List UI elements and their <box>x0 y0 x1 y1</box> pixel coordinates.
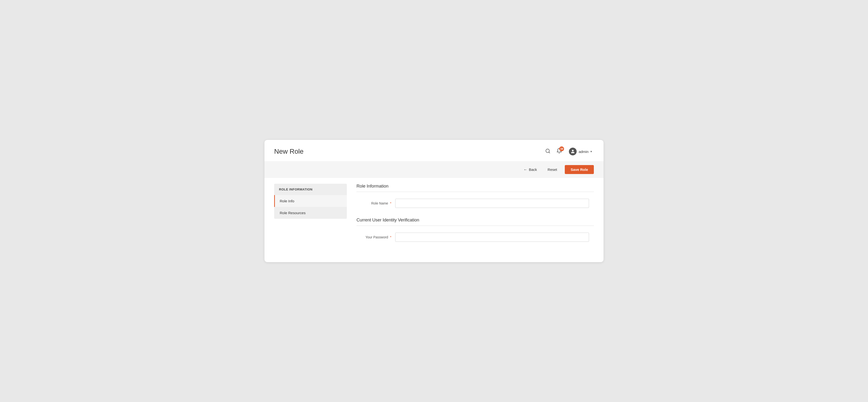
password-input[interactable] <box>395 233 589 242</box>
role-information-section: Role Information Role Name * <box>356 184 594 208</box>
back-label: Back <box>529 167 537 172</box>
identity-verification-divider <box>356 226 594 226</box>
identity-verification-title: Current User Identity Verification <box>356 217 594 223</box>
main-container: New Role 39 <box>265 140 603 262</box>
notification-badge: 39 <box>559 146 564 151</box>
role-name-required: * <box>390 201 392 205</box>
role-name-group: Role Name * <box>356 199 594 208</box>
sidebar-item-role-resources-label: Role Resources <box>280 211 306 215</box>
toolbar: ← Back Reset Save Role <box>265 161 603 178</box>
role-name-label: Role Name * <box>356 201 395 205</box>
identity-verification-section: Current User Identity Verification Your … <box>356 217 594 242</box>
role-name-input[interactable] <box>395 199 589 208</box>
password-required: * <box>390 235 392 239</box>
role-information-divider <box>356 192 594 192</box>
user-name: admin <box>579 149 589 154</box>
chevron-down-icon: ▾ <box>590 150 592 153</box>
user-menu-button[interactable]: admin ▾ <box>567 147 594 156</box>
content-area: ROLE INFORMATION Role Info Role Resource… <box>265 184 603 247</box>
password-group: Your Password * <box>356 233 594 242</box>
sidebar-item-role-info[interactable]: Role Info <box>274 195 347 207</box>
sidebar-item-role-info-label: Role Info <box>280 199 294 203</box>
back-arrow-icon: ← <box>524 167 527 172</box>
svg-point-2 <box>572 150 574 151</box>
form-area: Role Information Role Name * Current Use… <box>356 184 594 247</box>
header-actions: 39 admin ▾ <box>544 147 594 156</box>
search-button[interactable] <box>544 147 552 156</box>
svg-line-1 <box>549 152 550 153</box>
sidebar-section-header: ROLE INFORMATION <box>274 184 347 195</box>
page-title: New Role <box>274 147 304 155</box>
password-label: Your Password * <box>356 235 395 239</box>
reset-label: Reset <box>548 167 557 172</box>
sidebar-item-role-resources[interactable]: Role Resources <box>274 207 347 219</box>
header: New Role 39 <box>265 140 603 161</box>
role-information-title: Role Information <box>356 184 594 189</box>
back-button[interactable]: ← Back <box>521 166 540 174</box>
search-icon <box>545 149 551 155</box>
sidebar: ROLE INFORMATION Role Info Role Resource… <box>274 184 347 247</box>
notification-button[interactable]: 39 <box>555 147 563 156</box>
save-role-button[interactable]: Save Role <box>565 165 594 174</box>
reset-button[interactable]: Reset <box>545 166 560 173</box>
avatar <box>569 147 577 155</box>
